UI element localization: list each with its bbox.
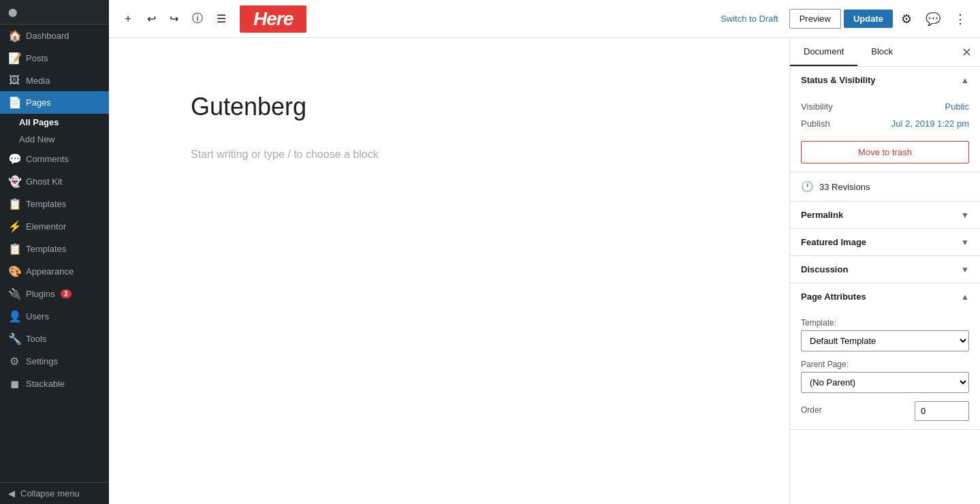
visibility-row: Visibility Public bbox=[801, 101, 969, 112]
wp-logo-icon: ⬤ bbox=[8, 7, 17, 17]
sidebar-item-templates-1[interactable]: 📋 Templates bbox=[0, 193, 109, 215]
sidebar-label-tools: Tools bbox=[26, 334, 46, 344]
status-visibility-chevron-icon: ▲ bbox=[961, 76, 969, 85]
tab-block[interactable]: Block bbox=[857, 38, 906, 66]
publish-label: Publish bbox=[801, 119, 830, 129]
template-label: Template: bbox=[801, 318, 969, 328]
page-title[interactable]: Gutenberg bbox=[191, 93, 708, 121]
sidebar-item-pages[interactable]: 📄 Pages ◀ bbox=[0, 91, 109, 114]
pages-submenu: All Pages Add New bbox=[0, 114, 109, 148]
editor-canvas[interactable]: Gutenberg Start writing or type / to cho… bbox=[109, 38, 789, 504]
page-attributes-header[interactable]: Page Attributes ▲ bbox=[790, 283, 980, 310]
sidebar-item-users[interactable]: 👤 Users bbox=[0, 305, 109, 328]
panel-close-button[interactable]: ✕ bbox=[953, 38, 980, 66]
settings-icon: ⚙ bbox=[8, 355, 20, 368]
page-attributes-title: Page Attributes bbox=[801, 292, 866, 302]
sidebar-item-settings[interactable]: ⚙ Settings bbox=[0, 350, 109, 373]
sidebar-subitem-add-new[interactable]: Add New bbox=[0, 131, 109, 148]
main-content: ＋ ↩ ↪ ⓘ ☰ Here Switch to Draft Preview U… bbox=[109, 0, 980, 504]
parent-page-label: Parent Page: bbox=[801, 360, 969, 369]
sidebar-item-dashboard[interactable]: 🏠 Dashboard bbox=[0, 25, 109, 47]
move-to-trash-button[interactable]: Move to trash bbox=[801, 141, 969, 163]
sidebar-item-tools[interactable]: 🔧 Tools bbox=[0, 328, 109, 350]
right-panel: Document Block ✕ Status & Visibility ▲ V… bbox=[789, 38, 980, 504]
sidebar-item-media[interactable]: 🖼 Media bbox=[0, 69, 109, 91]
editor-area: Gutenberg Start writing or type / to cho… bbox=[109, 38, 980, 504]
visibility-value[interactable]: Public bbox=[945, 101, 969, 112]
block-placeholder[interactable]: Start writing or type / to choose a bloc… bbox=[191, 143, 708, 166]
sidebar-subitem-all-pages[interactable]: All Pages bbox=[0, 114, 109, 131]
publish-value[interactable]: Jul 2, 2019 1:22 pm bbox=[891, 119, 969, 129]
collapse-menu-button[interactable]: ◀ Collapse menu bbox=[0, 482, 109, 504]
sidebar-item-appearance[interactable]: 🎨 Appearance bbox=[0, 260, 109, 283]
template-select[interactable]: Default Template bbox=[801, 330, 969, 351]
sidebar-item-elementor[interactable]: ⚡ Elementor bbox=[0, 215, 109, 238]
discussion-chevron-icon: ▼ bbox=[961, 265, 969, 274]
featured-image-header[interactable]: Featured Image ▼ bbox=[790, 229, 980, 255]
visibility-label: Visibility bbox=[801, 101, 833, 112]
parent-page-select[interactable]: (No Parent) bbox=[801, 372, 969, 393]
list-view-button[interactable]: ☰ bbox=[211, 8, 232, 29]
stackable-icon: ◼ bbox=[8, 377, 20, 390]
sidebar-label-plugins: Plugins bbox=[26, 289, 55, 299]
gear-icon-button[interactable]: ⚙ bbox=[896, 7, 917, 31]
sidebar-label-posts: Posts bbox=[26, 53, 48, 63]
sidebar-item-plugins[interactable]: 🔌 Plugins 3 bbox=[0, 283, 109, 305]
posts-icon: 📝 bbox=[8, 52, 20, 65]
redo-button[interactable]: ↪ bbox=[164, 8, 184, 29]
pages-arrow-icon: ◀ bbox=[95, 99, 101, 106]
sidebar-label-users: Users bbox=[26, 311, 49, 321]
pages-icon: 📄 bbox=[8, 96, 20, 109]
preview-button[interactable]: Preview bbox=[789, 9, 841, 29]
update-button[interactable]: Update bbox=[844, 10, 893, 28]
page-attributes-body: Template: Default Template Parent Page: … bbox=[790, 310, 980, 429]
order-input[interactable] bbox=[915, 401, 969, 421]
info-button[interactable]: ⓘ bbox=[187, 7, 208, 30]
section-page-attributes: Page Attributes ▲ Template: Default Temp… bbox=[790, 283, 980, 430]
section-status-visibility: Status & Visibility ▲ Visibility Public … bbox=[790, 67, 980, 172]
permalink-chevron-icon: ▼ bbox=[961, 210, 969, 220]
editor-logo: Here bbox=[240, 5, 306, 33]
panel-tabs: Document Block ✕ bbox=[790, 38, 980, 67]
sidebar-item-posts[interactable]: 📝 Posts bbox=[0, 47, 109, 69]
collapse-icon: ◀ bbox=[8, 488, 15, 499]
users-icon: 👤 bbox=[8, 310, 20, 323]
status-visibility-body: Visibility Public Publish Jul 2, 2019 1:… bbox=[790, 93, 980, 172]
sidebar-item-templates-2[interactable]: 📋 Templates bbox=[0, 238, 109, 260]
tools-icon: 🔧 bbox=[8, 332, 20, 345]
editor-toolbar: ＋ ↩ ↪ ⓘ ☰ Here Switch to Draft Preview U… bbox=[109, 0, 980, 38]
templates-2-icon: 📋 bbox=[8, 242, 20, 255]
sidebar-label-settings: Settings bbox=[26, 356, 58, 366]
order-row: Order bbox=[801, 401, 969, 421]
revisions-row[interactable]: 🕐 33 Revisions bbox=[790, 172, 980, 202]
sidebar-label-pages: Pages bbox=[26, 97, 51, 108]
sidebar-item-comments[interactable]: 💬 Comments bbox=[0, 148, 109, 170]
status-visibility-header[interactable]: Status & Visibility ▲ bbox=[790, 67, 980, 93]
undo-button[interactable]: ↩ bbox=[142, 8, 161, 29]
sidebar-label-templates-2: Templates bbox=[26, 244, 66, 254]
revisions-icon: 🕐 bbox=[801, 180, 814, 193]
comment-button[interactable]: 💬 bbox=[920, 7, 946, 31]
media-icon: 🖼 bbox=[8, 74, 20, 86]
featured-image-chevron-icon: ▼ bbox=[961, 238, 969, 247]
publish-row: Publish Jul 2, 2019 1:22 pm bbox=[801, 119, 969, 129]
sidebar-item-ghost-kit[interactable]: 👻 Ghost Kit bbox=[0, 170, 109, 193]
sidebar-logo: ⬤ bbox=[0, 0, 109, 25]
dashboard-icon: 🏠 bbox=[8, 29, 20, 42]
sidebar-item-stackable[interactable]: ◼ Stackable bbox=[0, 373, 109, 395]
discussion-header[interactable]: Discussion ▼ bbox=[790, 256, 980, 283]
order-label: Order bbox=[801, 405, 822, 415]
tab-document[interactable]: Document bbox=[790, 38, 857, 66]
sidebar-label-ghost-kit: Ghost Kit bbox=[26, 176, 62, 187]
ghost-kit-icon: 👻 bbox=[8, 175, 20, 188]
sidebar-label-elementor: Elementor bbox=[26, 221, 66, 232]
sidebar-label-comments: Comments bbox=[26, 154, 69, 164]
status-visibility-title: Status & Visibility bbox=[801, 75, 876, 85]
plugins-badge: 3 bbox=[61, 289, 72, 298]
sidebar-label-templates-1: Templates bbox=[26, 199, 66, 209]
permalink-header[interactable]: Permalink ▼ bbox=[790, 202, 980, 228]
more-options-button[interactable]: ⋮ bbox=[949, 7, 972, 31]
collapse-label: Collapse menu bbox=[20, 488, 80, 499]
add-block-button[interactable]: ＋ bbox=[117, 7, 139, 30]
switch-to-draft-button[interactable]: Switch to Draft bbox=[712, 10, 787, 28]
